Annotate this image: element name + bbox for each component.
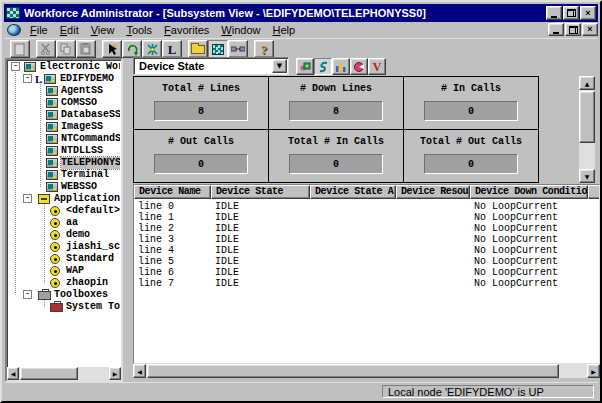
collapse-expander[interactable]: - bbox=[23, 74, 32, 83]
tree-label: ImageSS bbox=[61, 121, 103, 133]
table-row[interactable]: line 4 IDLE No LoopCurrent bbox=[134, 245, 599, 256]
subsystem-swirl-icon bbox=[146, 43, 159, 56]
menu-favorites[interactable]: Favorites bbox=[158, 23, 215, 37]
title-bar: Workforce Administrator - [Subsystem Vie… bbox=[4, 4, 598, 22]
tree-item-application[interactable]: Standard bbox=[8, 253, 120, 265]
column-header-device-name[interactable]: Device Name bbox=[134, 185, 211, 199]
node-icon bbox=[44, 74, 56, 84]
column-header-partial[interactable] bbox=[588, 185, 600, 199]
scroll-thumb[interactable] bbox=[579, 91, 595, 143]
menu-tools[interactable]: Tools bbox=[120, 23, 158, 37]
cell-device-state: IDLE bbox=[215, 201, 239, 212]
column-header-device-state-a[interactable]: Device State A... bbox=[310, 185, 396, 199]
scroll-left-button[interactable]: ◀ bbox=[7, 367, 19, 380]
copy-button[interactable] bbox=[56, 40, 76, 58]
close-button[interactable]: × bbox=[580, 6, 596, 20]
tree-item-application[interactable]: aa bbox=[8, 217, 120, 229]
disconnect-button[interactable] bbox=[228, 40, 248, 58]
paste-button[interactable] bbox=[76, 40, 96, 58]
tree-item-subsystem[interactable]: WEBSSO bbox=[8, 181, 120, 193]
child-close-button[interactable]: × bbox=[582, 23, 598, 36]
scroll-up-button[interactable]: ▲ bbox=[579, 76, 595, 90]
tree-item-application[interactable]: demo bbox=[8, 229, 120, 241]
tree-item-subsystem[interactable]: DatabaseSSO bbox=[8, 109, 120, 121]
scroll-thumb[interactable] bbox=[20, 367, 78, 380]
cell-device-name: line 1 bbox=[138, 212, 174, 223]
subsystem-tool-button[interactable] bbox=[142, 40, 162, 58]
stat-value: 8 bbox=[154, 101, 248, 121]
tree-item-application[interactable]: <default> bbox=[8, 205, 120, 217]
child-restore-button[interactable] bbox=[565, 23, 581, 36]
tree-label: demo bbox=[66, 229, 90, 241]
minimize-button[interactable] bbox=[546, 6, 562, 20]
bar-chart-view-button[interactable] bbox=[332, 58, 350, 75]
minimize-icon bbox=[551, 16, 557, 18]
tree-item-node[interactable]: - L EDIFYDEMO bbox=[8, 73, 120, 85]
child-minimize-button[interactable] bbox=[548, 23, 564, 36]
scroll-right-button[interactable]: ▶ bbox=[109, 367, 121, 380]
menu-file[interactable]: File bbox=[24, 23, 54, 37]
tree-item-application[interactable]: WAP bbox=[8, 265, 120, 277]
stats-vertical-scrollbar[interactable]: ▲ ▼ bbox=[579, 76, 595, 183]
tree-label: NTDLLSS bbox=[61, 145, 103, 157]
tree-item-subsystem[interactable]: NTDLLSS bbox=[8, 145, 120, 157]
combobox-dropdown-button[interactable]: ▼ bbox=[272, 59, 287, 73]
subsystem-view-button[interactable] bbox=[208, 40, 228, 58]
tree-item-application[interactable]: jiashi_sc bbox=[8, 241, 120, 253]
table-horizontal-scrollbar[interactable]: ◀ ▶ bbox=[133, 364, 600, 378]
validate-view-button[interactable]: V bbox=[368, 58, 386, 75]
pointer-tool-button[interactable] bbox=[102, 40, 122, 58]
folder-view-button[interactable] bbox=[188, 40, 208, 58]
tree-item-root[interactable]: - Electronic Workfor bbox=[8, 61, 120, 73]
collapse-expander[interactable]: - bbox=[23, 290, 32, 299]
tree-view: - Electronic Workfor - L EDIFYDEMO Agent… bbox=[8, 61, 120, 366]
tree-item-subsystem[interactable]: AgentSS bbox=[8, 85, 120, 97]
tree-item-subsystem-selected[interactable]: TELEPHONYSS0 bbox=[8, 157, 120, 169]
tree-label: NTCommandSS bbox=[61, 133, 120, 145]
child-window-system-icon[interactable] bbox=[7, 24, 21, 36]
tree-item-application-group[interactable]: - Application bbox=[8, 193, 120, 205]
table-row[interactable]: line 7 IDLE No LoopCurrent bbox=[134, 278, 599, 289]
tree-item-subsystem[interactable]: COMSSO bbox=[8, 97, 120, 109]
tree-item-toolboxes-group[interactable]: - Toolboxes bbox=[8, 289, 120, 301]
scroll-thumb[interactable] bbox=[147, 364, 559, 378]
scroll-down-button[interactable]: ▼ bbox=[579, 169, 595, 183]
line-chart-view-button[interactable] bbox=[314, 58, 332, 75]
snapshot-view-button[interactable] bbox=[296, 58, 314, 75]
column-header-device-state[interactable]: Device State bbox=[211, 185, 310, 199]
application-item-icon bbox=[50, 254, 60, 264]
table-row[interactable]: line 2 IDLE No LoopCurrent bbox=[134, 223, 599, 234]
pie-chart-view-button[interactable] bbox=[350, 58, 368, 75]
view-selector-combobox[interactable]: Device State ▼ bbox=[133, 57, 289, 75]
tree-label: EDIFYDEMO bbox=[60, 73, 114, 85]
restore-button[interactable] bbox=[563, 6, 579, 20]
menu-window[interactable]: Window bbox=[215, 23, 266, 37]
table-row[interactable]: line 5 IDLE No LoopCurrent bbox=[134, 256, 599, 267]
menu-edit[interactable]: Edit bbox=[54, 23, 85, 37]
cut-button[interactable] bbox=[36, 40, 56, 58]
tree-item-application[interactable]: zhaopin bbox=[8, 277, 120, 289]
refresh-button[interactable] bbox=[122, 40, 142, 58]
new-button[interactable] bbox=[10, 40, 30, 58]
scroll-right-button[interactable]: ▶ bbox=[587, 364, 600, 378]
menu-help[interactable]: Help bbox=[266, 23, 301, 37]
column-header-device-down-condition[interactable]: Device Down Condition bbox=[470, 185, 588, 199]
tree-horizontal-scrollbar[interactable]: ◀ ▶ bbox=[7, 367, 121, 380]
scroll-left-button[interactable]: ◀ bbox=[133, 364, 146, 378]
new-document-icon bbox=[14, 43, 26, 56]
tree-item-subsystem[interactable]: NTCommandSS bbox=[8, 133, 120, 145]
table-row[interactable]: line 0 IDLE No LoopCurrent bbox=[134, 201, 599, 212]
table-row[interactable]: line 3 IDLE No LoopCurrent bbox=[134, 234, 599, 245]
column-header-device-resou[interactable]: Device Resou... bbox=[396, 185, 470, 199]
l-tool-button[interactable]: L bbox=[162, 40, 182, 58]
menu-view[interactable]: View bbox=[85, 23, 121, 37]
help-button[interactable]: ? bbox=[254, 40, 274, 58]
tree-item-subsystem[interactable]: ImageSS bbox=[8, 121, 120, 133]
table-row[interactable]: line 6 IDLE No LoopCurrent bbox=[134, 267, 599, 278]
collapse-expander[interactable]: - bbox=[11, 62, 20, 71]
application-icon bbox=[38, 194, 50, 204]
tree-item-subsystem[interactable]: Terminal bbox=[8, 169, 120, 181]
collapse-expander[interactable]: - bbox=[23, 194, 32, 203]
table-row[interactable]: line 1 IDLE No LoopCurrent bbox=[134, 212, 599, 223]
tree-item-toolbox[interactable]: System To bbox=[8, 301, 120, 313]
